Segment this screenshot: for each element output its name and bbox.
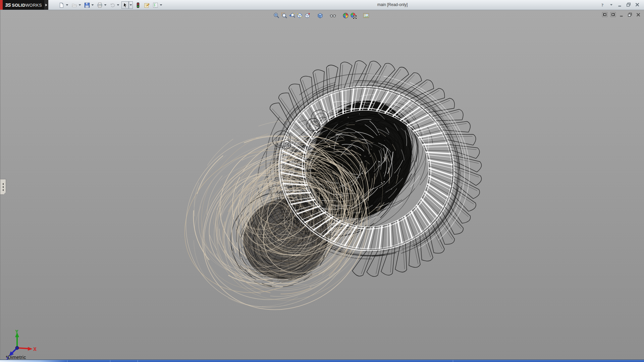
- taskbar-separator: [453, 360, 453, 362]
- new-document-dropdown-button[interactable]: [65, 1, 69, 9]
- file-properties-button[interactable]: [143, 1, 150, 9]
- menu-expand-button[interactable]: [44, 0, 48, 10]
- save-dropdown-button[interactable]: [91, 1, 95, 9]
- model-canvas[interactable]: [0, 10, 644, 360]
- save-button[interactable]: [83, 1, 91, 9]
- glasses-icon: [330, 12, 336, 19]
- doc-prev-icon: [602, 12, 607, 17]
- view-settings-icon: [363, 12, 369, 19]
- window-controls: ?: [599, 1, 641, 8]
- undo-button[interactable]: [109, 1, 116, 9]
- win-restore-icon: [628, 12, 632, 17]
- scene-icon: [350, 12, 357, 19]
- view-orient-icon: [304, 12, 311, 19]
- win-close-icon: [635, 2, 640, 7]
- featuremanager-collapsed-tab[interactable]: [0, 179, 6, 195]
- open-button[interactable]: [70, 1, 78, 9]
- edit-appearance-button[interactable]: [342, 12, 350, 19]
- minimize-document-button[interactable]: [619, 12, 625, 17]
- graphics-area[interactable]: Y X Z *Dimetric: [0, 10, 644, 360]
- help-button[interactable]: ?: [599, 1, 606, 8]
- y-axis-label: Y: [15, 329, 18, 334]
- save-icon: [84, 2, 90, 8]
- solidworks-window: 3S SOLIDWORKS main [Read-only] ? Y X Z: [0, 0, 644, 362]
- expand-left-arrow-icon: [2, 189, 4, 191]
- logo-wordmark: SOLIDWORKS: [12, 2, 42, 8]
- hide-show-items-button[interactable]: [329, 12, 337, 19]
- zoom-to-area-button[interactable]: [280, 12, 288, 19]
- caret-down-icon: [129, 4, 132, 6]
- display-style-icon: [317, 12, 323, 19]
- win-min-icon: [619, 12, 624, 17]
- expand-left-arrow-icon: [2, 186, 4, 188]
- win-min-icon: [618, 2, 622, 7]
- solidworks-logo: 3S SOLIDWORKS: [3, 0, 44, 10]
- caret-down-icon: [117, 4, 119, 6]
- options-button[interactable]: [152, 1, 159, 9]
- prev-view-icon: [289, 12, 295, 19]
- options-icon: [153, 2, 158, 8]
- appearance-icon: [342, 12, 349, 19]
- close-document-button[interactable]: [635, 12, 641, 17]
- x-axis-label: X: [34, 347, 36, 352]
- print-dropdown-button[interactable]: [103, 1, 107, 9]
- new-doc-icon: [59, 2, 64, 8]
- taskbar-highlight: [0, 360, 67, 362]
- apply-scene-button[interactable]: [350, 12, 357, 19]
- print-icon: [97, 2, 103, 8]
- triad-origin: [15, 346, 19, 350]
- win-close-icon: [636, 12, 641, 17]
- zoom-fit-icon: [273, 12, 280, 19]
- minimize-window-button[interactable]: [616, 1, 623, 8]
- open-icon: [71, 2, 77, 8]
- help-icon: ?: [600, 2, 605, 7]
- main-toolbar: [58, 1, 164, 9]
- view-settings-button[interactable]: [362, 12, 370, 19]
- taskbar-separator: [110, 360, 110, 362]
- restore-document-button[interactable]: [627, 12, 633, 17]
- print-button[interactable]: [96, 1, 103, 9]
- rebuild-button[interactable]: [134, 1, 142, 9]
- undo-dropdown-button[interactable]: [116, 1, 120, 9]
- section-view-button[interactable]: [296, 12, 304, 19]
- previous-view-button[interactable]: [288, 12, 296, 19]
- taskbar-sliver[interactable]: [0, 360, 644, 362]
- display-style-button[interactable]: [316, 12, 324, 19]
- select-icon: [122, 2, 128, 8]
- options-dropdown-button[interactable]: [159, 1, 163, 9]
- document-title: main [Read-only]: [349, 2, 436, 7]
- heads-up-view-toolbar: [273, 12, 370, 19]
- win-restore-icon: [626, 2, 631, 7]
- svg-text:?: ?: [601, 2, 604, 7]
- select-button[interactable]: [121, 1, 129, 9]
- view-orientation-button[interactable]: [304, 12, 311, 19]
- select-dropdown-button[interactable]: [129, 1, 133, 9]
- close-window-button[interactable]: [634, 1, 641, 8]
- caret-down-icon: [78, 4, 81, 6]
- caret-down-icon: [610, 2, 613, 7]
- zoom-to-fit-button[interactable]: [273, 12, 280, 19]
- brand-accent-bar: [0, 0, 3, 10]
- caret-down-icon: [104, 4, 107, 6]
- restore-window-button[interactable]: [625, 1, 632, 8]
- taskbar-separator: [67, 360, 67, 362]
- new-document-button[interactable]: [58, 1, 65, 9]
- previous-document-button[interactable]: [602, 12, 608, 17]
- title-bar: 3S SOLIDWORKS main [Read-only] ?: [0, 0, 644, 10]
- taskbar-separator: [138, 360, 138, 362]
- open-dropdown-button[interactable]: [78, 1, 82, 9]
- section-icon: [297, 12, 303, 19]
- traffic-icon: [135, 2, 141, 8]
- note-icon: [144, 2, 150, 8]
- x-axis-arrow: [28, 347, 33, 351]
- caret-down-icon: [91, 4, 94, 6]
- chevron-right-icon: [45, 3, 48, 7]
- doc-next-icon: [610, 12, 616, 17]
- undo-icon: [110, 2, 115, 8]
- logo-3s-glyph: 3S: [5, 2, 10, 8]
- view-orientation-label: *Dimetric: [6, 355, 26, 360]
- document-window-controls: [602, 12, 641, 17]
- help-dropdown-button[interactable]: [608, 1, 614, 8]
- expand-left-arrow-icon: [2, 183, 4, 185]
- next-document-button[interactable]: [610, 12, 616, 17]
